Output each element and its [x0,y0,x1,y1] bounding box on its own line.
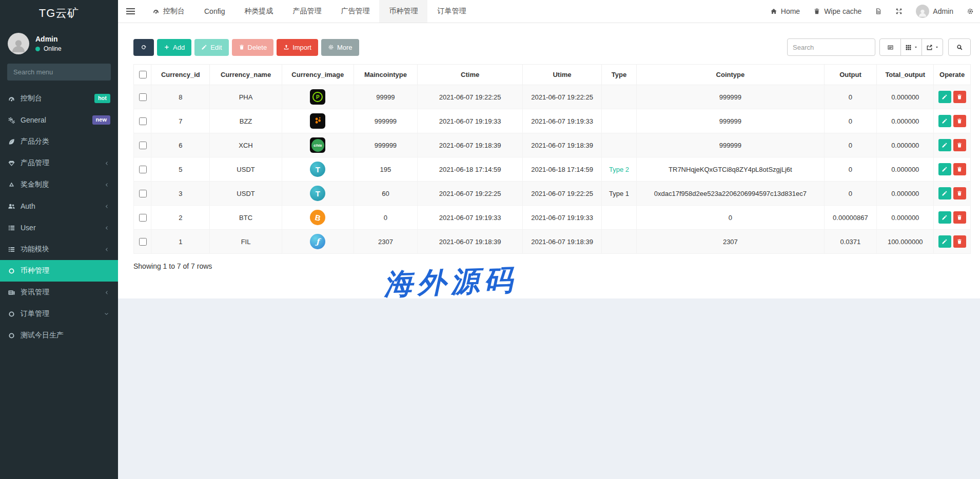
user-menu[interactable]: Admin [909,0,960,23]
showing-rows-text: Showing 1 to 7 of 7 rows [133,262,971,270]
table-row[interactable]: 1FILƒ23072021-06-07 19:18:392021-06-07 1… [134,230,971,254]
cointype-cell: 2307 [637,230,824,254]
pha-coin-icon: P [310,89,325,105]
currency-name-cell: USDT [210,182,282,206]
edit-row-button[interactable] [938,139,951,151]
select-all-checkbox[interactable] [139,71,147,78]
table-row[interactable]: 8PHAP999992021-06-07 19:22:252021-06-07 … [134,85,971,109]
sidebar-item-product-manage[interactable]: 产品管理 [0,152,118,174]
row-checkbox[interactable] [139,166,147,173]
column-header-output[interactable]: Output [824,65,877,85]
wipe-cache-link[interactable]: Wipe cache [807,0,868,23]
language-button[interactable] [868,0,889,23]
person-icon [917,8,928,18]
sidebar-item-news-manage[interactable]: 资讯管理 [0,282,118,303]
table-search-input[interactable] [787,38,875,56]
delete-row-button[interactable] [953,211,966,224]
edit-row-button[interactable] [938,91,951,103]
tab-order-manage[interactable]: 订单管理 [427,0,476,23]
columns-dropdown-button[interactable] [900,38,922,56]
refresh-button[interactable] [133,39,154,56]
row-checkbox[interactable] [139,190,147,197]
sidebar-item-auth[interactable]: Auth [0,195,118,217]
tab-config[interactable]: Config [194,0,234,23]
row-checkbox[interactable] [139,142,147,149]
detail-view-button[interactable] [879,38,901,56]
row-checkbox[interactable] [139,214,147,222]
sidebar-item-function-module[interactable]: 功能模块 [0,238,118,260]
column-header-type[interactable]: Type [601,65,637,85]
add-button[interactable]: Add [157,39,191,56]
topnav-right: Home Wipe cache Admin [763,0,980,23]
table-toolbar: Add Edit Delete Import [133,38,971,56]
column-header-currency_id[interactable]: Currency_id [151,65,210,85]
top-nav-tabs: 控制台Config种类提成产品管理广告管理币种管理订单管理 [143,0,476,23]
sidebar-item-currency-manage[interactable]: 币种管理 [0,260,118,282]
edit-label: Edit [210,44,222,51]
delete-row-button[interactable] [953,139,966,151]
column-header-total_output[interactable]: Total_output [877,65,934,85]
delete-row-button[interactable] [953,235,966,248]
import-button[interactable]: Import [277,39,318,56]
app-logo[interactable]: TG云矿 [0,0,118,27]
table-row[interactable]: 5USDTT1952021-06-18 17:14:592021-06-18 1… [134,157,971,182]
column-header-maincointype[interactable]: Maincointype [354,65,417,85]
chevron-left-icon [103,161,110,166]
utime-cell: 2021-06-07 19:19:33 [523,206,601,230]
delete-row-button[interactable] [953,91,966,103]
table-row[interactable]: 6XCHchia9999992021-06-07 19:18:392021-06… [134,133,971,157]
table-row[interactable]: 3USDTT602021-06-07 19:22:252021-06-07 19… [134,182,971,206]
sidebar-item-bonus-system[interactable]: 奖金制度 [0,174,118,195]
xch-coin-icon: chia [310,137,325,153]
row-checkbox[interactable] [139,117,147,125]
maincointype-cell: 999999 [354,109,417,133]
table-body: 8PHAP999992021-06-07 19:22:252021-06-07 … [134,85,971,254]
delete-button[interactable]: Delete [232,39,274,56]
column-header-cointype[interactable]: Cointype [637,65,824,85]
column-header-currency_image[interactable]: Currency_image [282,65,354,85]
tab-product-manage[interactable]: 产品管理 [283,0,331,23]
sidebar-item-product-category[interactable]: 产品分类 [0,131,118,152]
sidebar-item-dashboard[interactable]: 控制台hot [0,88,118,109]
column-header-operate[interactable]: Operate [934,65,971,85]
tab-currency-manage[interactable]: 币种管理 [379,0,427,23]
type-label: Type 2 [609,166,629,173]
sidebar-item-user[interactable]: User [0,217,118,238]
delete-row-button[interactable] [953,187,966,199]
home-link[interactable]: Home [763,0,807,23]
sidebar-item-general[interactable]: Generalnew [0,109,118,131]
sidebar-search-input[interactable] [7,64,110,81]
table-row[interactable]: 7BZZ9999992021-06-07 19:19:332021-06-07 … [134,109,971,133]
tab-ad-manage[interactable]: 广告管理 [331,0,379,23]
pencil-icon [942,142,948,148]
pencil-icon [942,94,948,100]
edit-row-button[interactable] [938,115,951,127]
sidebar-search [7,64,111,81]
edit-row-button[interactable] [938,211,951,224]
menu-toggle-button[interactable] [118,0,143,23]
ctime-cell: 2021-06-07 19:18:39 [417,230,523,254]
row-checkbox[interactable] [139,93,147,101]
edit-button[interactable]: Edit [194,39,228,56]
column-header-ctime[interactable]: Ctime [417,65,523,85]
table-search-button[interactable] [948,38,971,56]
sidebar-item-test-today-output[interactable]: 测试今日生产 [0,325,118,346]
tab-dashboard[interactable]: 控制台 [143,0,194,23]
sidebar-search-button[interactable] [110,64,111,81]
delete-row-button[interactable] [953,115,966,127]
column-header-utime[interactable]: Utime [523,65,601,85]
tab-category-commission[interactable]: 种类提成 [234,0,283,23]
sidebar-item-order-manage[interactable]: 订单管理 [0,303,118,325]
export-dropdown-button[interactable] [922,38,943,56]
delete-row-button[interactable] [953,163,966,175]
table-row[interactable]: 2BTCB02021-06-07 19:19:332021-06-07 19:1… [134,206,971,230]
fullscreen-button[interactable] [889,0,909,23]
edit-row-button[interactable] [938,163,951,175]
settings-button[interactable] [960,0,975,23]
edit-row-button[interactable] [938,187,951,199]
edit-row-button[interactable] [938,235,951,248]
row-checkbox[interactable] [139,238,147,246]
more-button[interactable]: More [321,39,359,56]
sidebar-item-label: General [21,116,46,124]
column-header-currency_name[interactable]: Currency_name [210,65,282,85]
